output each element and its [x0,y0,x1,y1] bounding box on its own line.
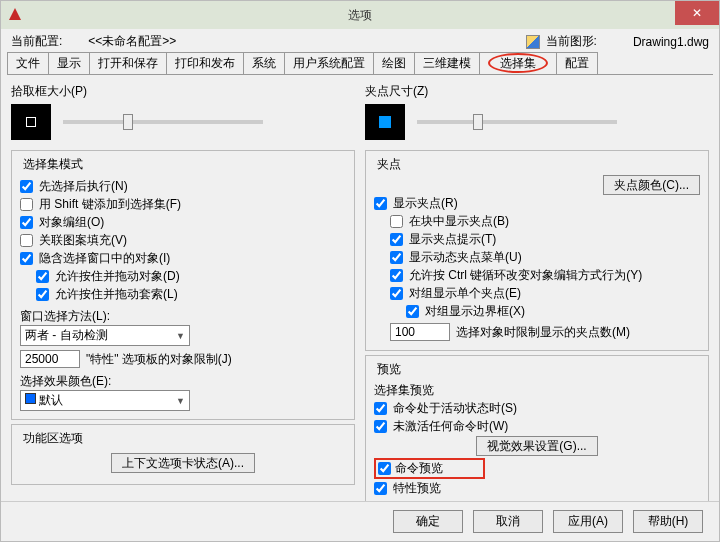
press-drag-object-checkbox[interactable] [36,270,49,283]
help-button[interactable]: 帮助(H) [633,510,703,533]
effect-color-label: 选择效果颜色(E): [20,373,346,390]
show-grips-checkbox[interactable] [374,197,387,210]
grip-limit-label: 选择对象时限制显示的夹点数(M) [456,324,630,341]
current-profile-value: <<未命名配置>> [88,33,176,50]
pickbox-slider[interactable] [63,120,263,124]
chevron-down-icon: ▼ [176,396,185,406]
ribbon-group: 功能区选项 上下文选项卡状态(A)... [11,424,355,485]
gripsize-row [365,104,709,140]
visual-effect-settings-button[interactable]: 视觉效果设置(G)... [476,436,597,456]
tab-system[interactable]: 系统 [243,52,285,74]
ok-button[interactable]: 确定 [393,510,463,533]
palette-limit-label: "特性" 选项板的对象限制(J) [86,351,232,368]
gripsize-slider[interactable] [417,120,617,124]
current-drawing-value: Drawing1.dwg [633,35,709,49]
object-group-checkbox[interactable] [20,216,33,229]
dynamic-grip-menu-checkbox[interactable] [390,251,403,264]
grip-preview [365,104,405,140]
titlebar: 选项 ✕ [1,1,719,29]
window-select-method-label: 窗口选择方法(L): [20,308,346,325]
no-cmd-preview-checkbox[interactable] [374,420,387,433]
color-swatch-icon [25,393,36,404]
cmd-active-preview-checkbox[interactable] [374,402,387,415]
command-preview-checkbox[interactable] [378,462,391,475]
shift-add-checkbox[interactable] [20,198,33,211]
grips-group: 夹点 夹点颜色(C)... 显示夹点(R) 在块中显示夹点(B) 显示夹点提示(… [365,150,709,351]
close-button[interactable]: ✕ [675,1,719,25]
assoc-hatch-checkbox[interactable] [20,234,33,247]
group-bbox-checkbox[interactable] [406,305,419,318]
grip-color-button[interactable]: 夹点颜色(C)... [603,175,700,195]
grips-title: 夹点 [374,156,404,173]
tab-display[interactable]: 显示 [48,52,90,74]
drawing-icon [526,35,540,49]
contextual-tab-state-button[interactable]: 上下文选项卡状态(A)... [111,453,255,473]
tab-open-save[interactable]: 打开和保存 [89,52,167,74]
current-drawing-label: 当前图形: [546,33,597,50]
tab-3d[interactable]: 三维建模 [414,52,480,74]
press-drag-lasso-checkbox[interactable] [36,288,49,301]
ctrl-cycle-checkbox[interactable] [390,269,403,282]
tab-pane: 拾取框大小(P) 选择集模式 先选择后执行(N) 用 Shift 键添加到选择集… [1,75,719,501]
tab-selection[interactable]: 选择集 [479,52,557,74]
selection-mode-title: 选择集模式 [20,156,86,173]
effect-color-dropdown[interactable]: 默认▼ [20,390,190,411]
gripsize-label: 夹点尺寸(Z) [365,83,709,100]
pickbox-row [11,104,355,140]
current-profile-label: 当前配置: [11,33,62,50]
tabs: 文件 显示 打开和保存 打印和发布 系统 用户系统配置 绘图 三维建模 选择集 … [7,52,713,75]
command-preview-highlight: 命令预览 [374,458,485,479]
noun-verb-checkbox[interactable] [20,180,33,193]
pickbox-preview [11,104,51,140]
selection-preview-subtitle: 选择集预览 [374,382,700,399]
tab-file[interactable]: 文件 [7,52,49,74]
apply-button[interactable]: 应用(A) [553,510,623,533]
implied-window-checkbox[interactable] [20,252,33,265]
tab-drafting[interactable]: 绘图 [373,52,415,74]
chevron-down-icon: ▼ [176,331,185,341]
tab-plot[interactable]: 打印和发布 [166,52,244,74]
left-column: 拾取框大小(P) 选择集模式 先选择后执行(N) 用 Shift 键添加到选择集… [11,83,355,497]
tab-user-pref[interactable]: 用户系统配置 [284,52,374,74]
palette-limit-input[interactable]: 25000 [20,350,80,368]
header-row: 当前配置: <<未命名配置>> 当前图形: Drawing1.dwg [1,29,719,52]
grips-in-block-checkbox[interactable] [390,215,403,228]
pickbox-square-icon [26,117,36,127]
preview-title: 预览 [374,361,404,378]
footer: 确定 取消 应用(A) 帮助(H) [1,501,719,541]
right-column: 夹点尺寸(Z) 夹点 夹点颜色(C)... 显示夹点(R) 在块中显示夹点(B)… [365,83,709,497]
options-dialog: 选项 ✕ 当前配置: <<未命名配置>> 当前图形: Drawing1.dwg … [0,0,720,542]
preview-group: 预览 选择集预览 命令处于活动状态时(S) 未激活任何命令时(W) 视觉效果设置… [365,355,709,501]
grip-tips-checkbox[interactable] [390,233,403,246]
property-preview-checkbox[interactable] [374,482,387,495]
pickbox-label: 拾取框大小(P) [11,83,355,100]
close-icon: ✕ [692,6,702,20]
cancel-button[interactable]: 取消 [473,510,543,533]
selection-mode-group: 选择集模式 先选择后执行(N) 用 Shift 键添加到选择集(F) 对象编组(… [11,150,355,420]
window-select-method-dropdown[interactable]: 两者 - 自动检测▼ [20,325,190,346]
group-single-grip-checkbox[interactable] [390,287,403,300]
window-title: 选项 [1,7,719,24]
ribbon-title: 功能区选项 [20,430,86,447]
grip-square-icon [379,116,391,128]
tab-profiles[interactable]: 配置 [556,52,598,74]
grip-limit-input[interactable]: 100 [390,323,450,341]
